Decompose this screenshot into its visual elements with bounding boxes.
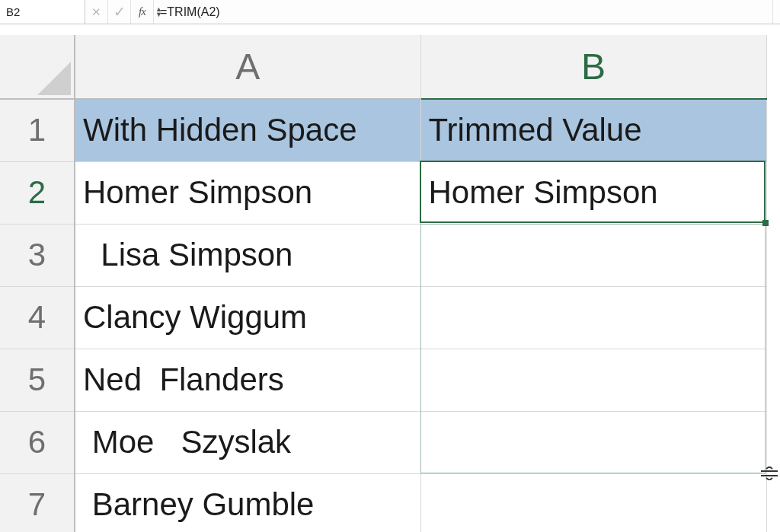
- column-header-B[interactable]: B: [420, 35, 766, 99]
- table-row: 6 Moe Szyslak: [0, 411, 766, 473]
- table-row: 7 Barney Gumble: [0, 473, 766, 532]
- select-all-triangle-icon: [37, 62, 71, 95]
- vertical-split-handle[interactable]: [759, 465, 780, 482]
- table-row: 1 With Hidden Space Trimmed Value: [0, 99, 766, 161]
- cell-B4[interactable]: [420, 286, 766, 349]
- cell-A3[interactable]: Lisa Simpson: [75, 224, 420, 286]
- cell-A5[interactable]: Ned Flanders: [75, 349, 420, 411]
- cell-B3[interactable]: [420, 224, 766, 286]
- cell-B5[interactable]: [420, 349, 766, 411]
- name-box-wrap: ▲ ▼: [0, 0, 85, 24]
- enter-button[interactable]: ✓: [108, 0, 131, 24]
- table-row: 4 Clancy Wiggum: [0, 286, 766, 349]
- cancel-button[interactable]: ✕: [85, 0, 108, 24]
- formula-bar-expand[interactable]: [772, 0, 780, 24]
- cell-B7[interactable]: [420, 473, 766, 532]
- column-header-A[interactable]: A: [75, 35, 420, 99]
- cell-B6[interactable]: [420, 411, 766, 473]
- formula-input[interactable]: [154, 0, 772, 24]
- row-header-6[interactable]: 6: [0, 411, 75, 473]
- insert-function-button[interactable]: fx: [131, 0, 154, 24]
- cell-A1[interactable]: With Hidden Space: [75, 99, 420, 161]
- cell-A2[interactable]: Homer Simpson: [75, 161, 420, 224]
- row-header-7[interactable]: 7: [0, 473, 75, 532]
- cell-A7[interactable]: Barney Gumble: [75, 473, 420, 532]
- table-row: 5 Ned Flanders: [0, 349, 766, 411]
- row-header-1[interactable]: 1: [0, 99, 75, 161]
- spreadsheet-grid: A B 1 With Hidden Space Trimmed Value 2 …: [0, 24, 780, 532]
- row-header-3[interactable]: 3: [0, 224, 75, 286]
- cell-B1[interactable]: Trimmed Value: [420, 99, 766, 161]
- split-handle-icon: [759, 467, 779, 480]
- cell-A6[interactable]: Moe Szyslak: [75, 411, 420, 473]
- svg-marker-0: [37, 62, 71, 95]
- row-header-5[interactable]: 5: [0, 349, 75, 411]
- row-header-4[interactable]: 4: [0, 286, 75, 349]
- table-row: 3 Lisa Simpson: [0, 224, 766, 286]
- formula-bar: ▲ ▼ ✕ ✓ fx: [0, 0, 780, 24]
- column-header-row: A B: [0, 35, 766, 99]
- table-row: 2 Homer Simpson Homer Simpson: [0, 161, 766, 224]
- sheet-table: A B 1 With Hidden Space Trimmed Value 2 …: [0, 35, 767, 532]
- select-all-corner[interactable]: [0, 35, 75, 99]
- cell-B2[interactable]: Homer Simpson: [420, 161, 766, 224]
- cell-A4[interactable]: Clancy Wiggum: [75, 286, 420, 349]
- row-header-2[interactable]: 2: [0, 161, 75, 224]
